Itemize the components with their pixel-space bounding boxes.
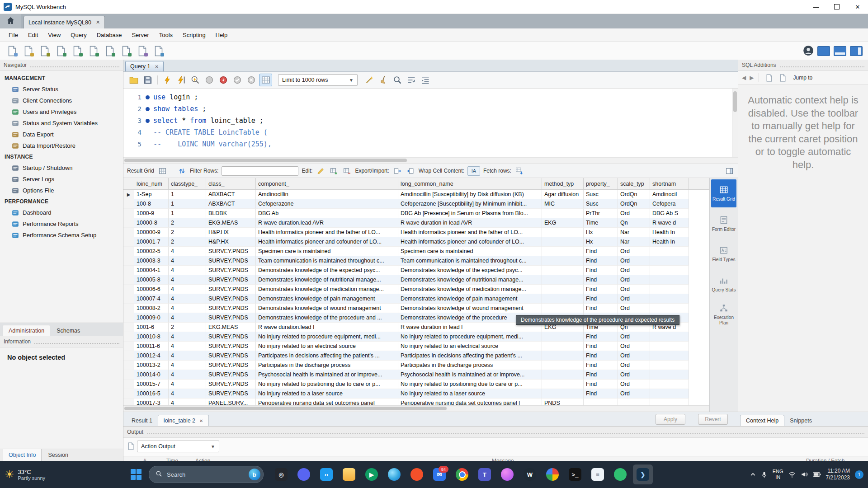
grid-cell[interactable]: 100009-0: [134, 313, 169, 323]
grid-cell[interactable]: [650, 351, 689, 361]
grid-cell[interactable]: Health informatics pioneer and cofounder…: [256, 237, 398, 247]
grid-cell[interactable]: Ord: [618, 256, 650, 266]
create-schema-icon[interactable]: [54, 44, 68, 58]
code-line[interactable]: 5-- LOINC_NUM varchar(255),: [123, 138, 738, 150]
inspector-icon[interactable]: [38, 44, 52, 58]
table-row[interactable]: ▶1-Sep1ABXBACTAmdinocillinAmdinocillin […: [123, 190, 709, 199]
grid-cell[interactable]: Cefoperazone [Susceptibility] by Minimum…: [398, 199, 542, 209]
grid-cell[interactable]: Agar diffusion: [542, 190, 584, 199]
toggle-preview-pane-icon[interactable]: [724, 166, 734, 176]
wifi-icon[interactable]: [788, 471, 796, 478]
grid-cell[interactable]: SURVEY.PNDS: [206, 342, 256, 351]
grid-column-header-method-typ[interactable]: method_typ: [542, 178, 584, 189]
grid-cell[interactable]: No injury related to positioning due to …: [398, 380, 542, 389]
obs-app-icon[interactable]: ◎: [271, 465, 291, 484]
grid-cell[interactable]: Qn: [618, 218, 650, 228]
grid-cell[interactable]: 4: [169, 275, 206, 285]
grid-cell[interactable]: OrdQn: [618, 199, 650, 209]
grid-cell[interactable]: No injury related to a laser source: [256, 389, 398, 399]
grid-cell[interactable]: [542, 266, 584, 275]
grid-cell[interactable]: 2: [169, 218, 206, 228]
grid-cell[interactable]: SURVEY.PNDS: [206, 294, 256, 304]
grid-cell[interactable]: Health informatics pioneer and the fathe…: [398, 228, 542, 237]
grid-cell[interactable]: Demonstrates knowledge of nutritional ma…: [256, 275, 398, 285]
nav-item-server-logs[interactable]: Server Logs: [0, 174, 123, 185]
code-line[interactable]: 1use login ;: [123, 91, 738, 103]
grid-cell[interactable]: SURVEY.PNDS: [206, 285, 256, 294]
grid-column-header-long-common-name[interactable]: long_common_name: [398, 178, 542, 189]
grid-cell[interactable]: No injury related to a laser source: [398, 389, 542, 399]
table-row[interactable]: 100008-24SURVEY.PNDSDemonstrates knowled…: [123, 304, 709, 313]
grid-cell[interactable]: Susc: [584, 199, 618, 209]
table-row[interactable]: 100011-64SURVEY.PNDSNo injury related to…: [123, 342, 709, 351]
table-row[interactable]: 100012-44SURVEY.PNDSParticipates in deci…: [123, 351, 709, 361]
grid-cell[interactable]: Find: [584, 351, 618, 361]
grid-cell[interactable]: 4: [169, 266, 206, 275]
chrome-icon[interactable]: [452, 465, 472, 484]
grid-cell[interactable]: PNDS: [542, 399, 584, 405]
export-recordset-icon[interactable]: [392, 166, 402, 176]
sql-editor[interactable]: 1use login ;2show tables ;3select * from…: [123, 89, 738, 157]
add-row-icon[interactable]: [329, 166, 339, 176]
table-row[interactable]: 1000-91BLDBKDBG AbDBG Ab [Presence] in S…: [123, 209, 709, 218]
grid-cell[interactable]: 100005-8: [134, 275, 169, 285]
grid-cell[interactable]: 1: [169, 190, 206, 199]
toggle-stop-on-error-icon[interactable]: [217, 74, 229, 86]
grid-cell[interactable]: SURVEY.PNDS: [206, 380, 256, 389]
commit-icon[interactable]: [231, 74, 243, 86]
stop-query-icon[interactable]: [203, 74, 215, 86]
grid-cell[interactable]: Health informatics pioneer and cofounder…: [398, 237, 542, 247]
grid-cell[interactable]: 100004-1: [134, 266, 169, 275]
grid-cell[interactable]: SURVEY.PNDS: [206, 351, 256, 361]
grid-cell[interactable]: 4: [169, 342, 206, 351]
table-row[interactable]: 100000-92H&P.HXHealth informatics pionee…: [123, 228, 709, 237]
grid-cell[interactable]: Demonstrates knowledge of medication man…: [256, 285, 398, 294]
navigator-bottom-tab-object-info[interactable]: Object Info: [3, 449, 42, 461]
grid-cell[interactable]: Demonstrates knowledge of the procedure …: [256, 313, 398, 323]
toggle-secondary-sidebar-icon[interactable]: [850, 46, 863, 56]
grid-cell[interactable]: Ord: [618, 342, 650, 351]
table-row[interactable]: 100007-44SURVEY.PNDSDemonstrates knowled…: [123, 294, 709, 304]
grid-cell[interactable]: Team communication is maintained through…: [398, 256, 542, 266]
grid-column-header-scale-typ[interactable]: scale_typ: [618, 178, 650, 189]
grid-cell[interactable]: PANEL.SURV...: [206, 399, 256, 405]
grid-cell[interactable]: Find: [584, 275, 618, 285]
navigator-tab-administration[interactable]: Administration: [3, 325, 50, 336]
grid-cell[interactable]: [650, 294, 689, 304]
copy-output-icon[interactable]: [126, 441, 135, 450]
grid-cell[interactable]: Amdinocil: [650, 190, 689, 199]
sort-rows-icon[interactable]: [177, 166, 187, 176]
open-script-icon[interactable]: [22, 44, 35, 58]
grid-cell[interactable]: [650, 266, 689, 275]
view-button-query-stats[interactable]: Query Stats: [711, 270, 736, 298]
grid-cell[interactable]: Ord: [618, 361, 650, 370]
table-row[interactable]: 100014-04SURVEY.PNDSPsychosocial health …: [123, 370, 709, 380]
view-button-execution-plan[interactable]: Execution Plan: [711, 300, 736, 328]
grid-cell[interactable]: ABXBACT: [206, 199, 256, 209]
grid-cell[interactable]: Demonstrates knowledge of pain managemen…: [398, 294, 542, 304]
apply-button[interactable]: Apply: [656, 414, 685, 425]
wordpress-icon[interactable]: W: [520, 465, 540, 484]
grid-cell[interactable]: Find: [584, 380, 618, 389]
table-row[interactable]: 100016-54SURVEY.PNDSNo injury related to…: [123, 389, 709, 399]
grid-column-header-property[interactable]: property_: [584, 178, 618, 189]
grid-cell[interactable]: 100017-3: [134, 399, 169, 405]
navigator-tab-schemas[interactable]: Schemas: [51, 325, 85, 336]
menu-item-server[interactable]: Server: [127, 32, 154, 38]
grid-cell[interactable]: [650, 285, 689, 294]
menu-item-tools[interactable]: Tools: [154, 32, 178, 38]
mail-icon[interactable]: ✉84: [429, 465, 449, 484]
grid-cell[interactable]: [542, 209, 584, 218]
grid-cell[interactable]: 4: [169, 294, 206, 304]
grid-cell[interactable]: 2: [169, 237, 206, 247]
grid-cell[interactable]: 2: [169, 228, 206, 237]
grid-cell[interactable]: No injury related to positioning due to …: [256, 380, 398, 389]
grid-cell[interactable]: 1: [169, 209, 206, 218]
grid-cell[interactable]: Demonstrates knowledge of the expected p…: [398, 266, 542, 275]
volume-icon[interactable]: [801, 471, 808, 478]
grid-cell[interactable]: [542, 275, 584, 285]
grid-column-header-class[interactable]: class_: [206, 178, 256, 189]
explain-statement-icon[interactable]: [189, 74, 201, 86]
grid-cell[interactable]: Demonstrates knowledge of wound manageme…: [256, 304, 398, 313]
grid-cell[interactable]: [650, 370, 689, 380]
